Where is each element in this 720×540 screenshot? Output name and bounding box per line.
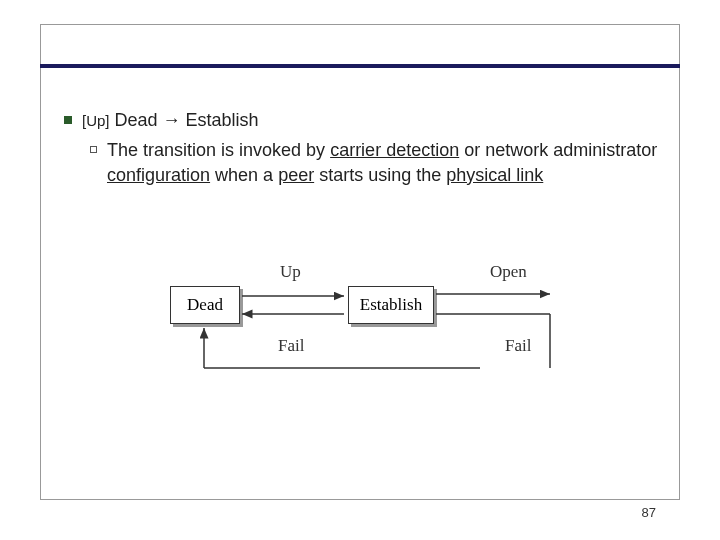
bt-2: or network administrator [459, 140, 657, 160]
bt-1: The transition is invoked by [107, 140, 330, 160]
bullet-square-icon [64, 116, 72, 124]
diagram-arrows [150, 258, 580, 398]
bt-u4: physical link [446, 165, 543, 185]
title-rule [40, 64, 680, 68]
bt-4: starts using the [314, 165, 446, 185]
bt-3: when a [210, 165, 278, 185]
bullet1-text: [Up] Dead → Establish [82, 108, 259, 132]
arrow-icon: → [163, 110, 181, 130]
bt-u1: carrier detection [330, 140, 459, 160]
bt-u2: configuration [107, 165, 210, 185]
establish-word: Establish [186, 110, 259, 130]
bullet2-text: The transition is invoked by carrier det… [107, 138, 664, 187]
bullet-level1: [Up] Dead → Establish [64, 108, 664, 132]
state-diagram: Dead Establish Up Fail Open Fail [150, 258, 580, 398]
up-tag: [Up] [82, 112, 110, 129]
bullet-level2: The transition is invoked by carrier det… [90, 138, 664, 187]
slide-content: [Up] Dead → Establish The transition is … [64, 108, 664, 187]
page-number: 87 [642, 505, 656, 520]
dead-word: Dead [115, 110, 158, 130]
bullet-hollow-square-icon [90, 146, 97, 153]
bt-u3: peer [278, 165, 314, 185]
